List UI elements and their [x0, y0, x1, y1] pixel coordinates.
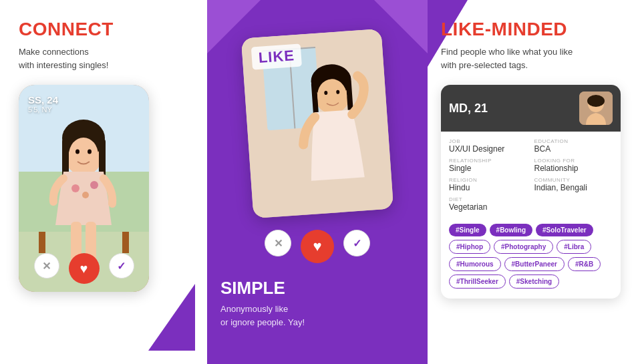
like-button[interactable]: ♥: [69, 253, 100, 284]
svg-point-13: [71, 184, 80, 192]
svg-point-12: [88, 150, 92, 154]
tag-single[interactable]: #Single: [449, 224, 486, 236]
left-phone-mockup: SS, 24 5'5, NY ✕ ♥ ✓: [19, 85, 149, 292]
tags-row-2: #Hiphop #Photography #Libra: [449, 240, 613, 254]
profile-name-overlay: SS, 24 5'5, NY: [28, 94, 58, 114]
diet-detail: DIET Vegetarian: [449, 196, 528, 212]
left-section: CONNECT Make connections with interestin…: [0, 0, 207, 364]
tag-thrillseeker[interactable]: #ThrillSeeker: [449, 275, 506, 289]
tag-butterpaneer[interactable]: #ButterPaneer: [504, 257, 565, 271]
job-detail: JOB UX/UI Designer: [449, 138, 528, 154]
right-section: LIKE-MINDED Find people who like what yo…: [428, 0, 634, 364]
profile-photo: [579, 92, 613, 125]
profile-card-name: MD, 21: [449, 102, 488, 116]
action-buttons-left: ✕ ♥ ✓: [19, 253, 149, 284]
simple-title: SIMPLE: [220, 278, 285, 299]
tag-libra[interactable]: #Libra: [557, 240, 591, 254]
tags-row-3: #Humorous #ButterPaneer #R&B: [449, 257, 613, 271]
like-badge: LIKE: [251, 43, 302, 69]
looking-detail: LOOKING FOR Relationship: [534, 158, 613, 173]
svg-point-10: [69, 138, 98, 172]
phone-bg: SS, 24 5'5, NY ✕ ♥ ✓: [19, 85, 149, 292]
tag-solotraveler[interactable]: #SoloTraveler: [536, 224, 593, 236]
mid-like-button[interactable]: ♥: [301, 230, 334, 263]
dislike-button[interactable]: ✕: [34, 253, 59, 279]
tags-section: #Single #Bowling #SoloTraveler #Hiphop #…: [441, 218, 621, 299]
tag-photography[interactable]: #Photography: [494, 240, 553, 254]
tag-bowling[interactable]: #Bowling: [490, 224, 532, 236]
tag-humorous[interactable]: #Humorous: [449, 257, 501, 271]
svg-point-14: [82, 192, 89, 198]
mid-dislike-button[interactable]: ✕: [265, 230, 291, 256]
tag-hiphop[interactable]: #Hiphop: [449, 240, 490, 254]
rel-detail: RELATIONSHIP Single: [449, 158, 528, 173]
profile-card: MD, 21 JOB UX/UI Designer EDUCATION BCA: [441, 85, 621, 299]
purple-triangle-left: [148, 284, 195, 351]
svg-point-11: [75, 150, 80, 154]
tags-row-1: #Single #Bowling #SoloTraveler: [449, 224, 613, 236]
svg-point-15: [90, 181, 98, 189]
tag-sketching[interactable]: #Sketching: [509, 275, 559, 289]
connect-subtitle: Make connections with interesting single…: [19, 45, 194, 71]
like-minded-title: LIKE-MINDED: [441, 19, 621, 40]
mid-check-button[interactable]: ✓: [343, 230, 370, 256]
connect-title: CONNECT: [19, 19, 194, 40]
tags-row-4: #ThrillSeeker #Sketching: [449, 275, 613, 289]
community-detail: COMMUNITY Indian, Bengali: [534, 177, 613, 192]
edu-detail: EDUCATION BCA: [534, 138, 613, 154]
like-card-img: LIKE: [241, 29, 393, 218]
svg-point-31: [587, 95, 605, 107]
religion-detail: RELIGION Hindu: [449, 177, 528, 192]
profile-details: JOB UX/UI Designer EDUCATION BCA RELATIO…: [441, 132, 621, 218]
check-button[interactable]: ✓: [109, 253, 134, 279]
tag-rnb[interactable]: #R&B: [568, 257, 601, 271]
like-card: LIKE: [241, 29, 393, 218]
mid-action-buttons: ✕ ♥ ✓: [265, 230, 370, 263]
profile-card-header: MD, 21: [441, 85, 621, 132]
simple-subtitle: Anonymously like or ignore people. Yay!: [220, 303, 305, 329]
like-minded-subtitle: Find people who like what you like with …: [441, 45, 621, 71]
middle-section: LIKE ✕ ♥ ✓ SIMPLE Anonymously like or ig…: [207, 0, 428, 364]
